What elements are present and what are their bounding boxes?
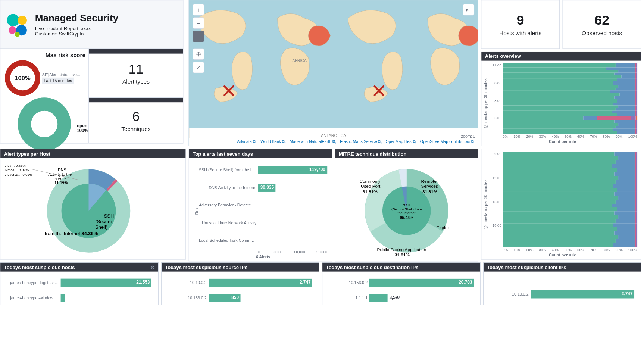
svg-text:31.81%: 31.81%	[395, 252, 410, 257]
attr-link[interactable]: OpenMapTiles	[386, 140, 412, 144]
susp-client-panel: Todays most suspicious client IPs Client…	[483, 262, 641, 305]
stat-observed-hosts: 62 Observed hosts	[562, 0, 641, 49]
panel-title: Alert types per Host	[0, 149, 185, 158]
svg-text:31.81%: 31.81%	[422, 189, 437, 194]
collapse-legend-button[interactable]: ⇤	[463, 4, 474, 16]
svg-text:Exploit: Exploit	[437, 225, 450, 230]
svg-text:Adversa… 0.02%: Adversa… 0.02%	[5, 172, 33, 177]
zoom-disabled-button	[193, 31, 204, 42]
fit-bounds-button[interactable]: ⊕	[193, 48, 204, 60]
svg-text:from the Internet 84.36%: from the Internet 84.36%	[45, 231, 98, 236]
stat-value: 11	[129, 61, 144, 76]
svg-text:Services: Services	[421, 184, 438, 188]
attr-link[interactable]: Wikidata	[237, 140, 252, 144]
svg-text:Adv…   0.83%: Adv… 0.83%	[5, 163, 26, 168]
svg-point-1	[18, 16, 26, 25]
attr-link[interactable]: World Bank	[260, 140, 281, 144]
risk-score-panel: Max risk score 100% SP] Alert status ove…	[0, 49, 88, 144]
mitre-panel: MITRE technique distribution Remote	[335, 149, 478, 261]
panel-title: MITRE technique distribution	[335, 149, 478, 158]
svg-text:SSH: SSH	[104, 213, 114, 219]
top-alerts-chart[interactable]: RuleSSH (Secure Shell) from the Internet…	[189, 158, 332, 261]
susp-dst-panel: Todays most suspicious destination IPs D…	[322, 262, 480, 305]
elastic-logo-icon	[4, 11, 31, 38]
dashboard-title: Managed Security	[35, 12, 118, 24]
risk-gauge: 100%	[5, 60, 40, 96]
panel-title: Todays most suspicious client IPs	[484, 263, 641, 272]
stat-label: Observed hosts	[582, 29, 622, 36]
zoom-out-button[interactable]: −	[193, 17, 204, 29]
stat-value: 6	[132, 109, 140, 124]
svg-text:95.44%: 95.44%	[400, 215, 414, 220]
alerts-overview-panel: Alerts overview @timestamp per 30 minute…	[481, 52, 641, 146]
svg-text:31.81%: 31.81%	[363, 189, 378, 194]
svg-point-2	[9, 26, 16, 34]
attr-link[interactable]: Made with NaturalEarth	[290, 140, 331, 144]
svg-text:the Internet: the Internet	[398, 211, 416, 215]
svg-text:11.19%: 11.19%	[54, 181, 68, 185]
risk-title: Max risk score	[3, 52, 85, 59]
svg-text:Shell): Shell)	[95, 224, 107, 230]
alert-types-sunburst[interactable]: SSH (Secure Shell) from the Internet 84.…	[0, 158, 185, 259]
svg-text:Public-Facing Application: Public-Facing Application	[377, 247, 426, 252]
svg-text:Remote: Remote	[421, 179, 437, 184]
alerts-overview-continue: @timestamp per 30 minutes 09:0012:0015:0…	[481, 149, 641, 260]
stat-value: 62	[594, 13, 609, 28]
svg-text:AFRICA: AFRICA	[292, 58, 307, 63]
panel-title: Todays most suspicious destination IPs	[322, 263, 480, 272]
axis-label: Count per rule	[488, 140, 637, 144]
svg-text:Commonly: Commonly	[359, 179, 380, 184]
panel-title: Alerts overview	[481, 52, 641, 61]
svg-text:SSH: SSH	[403, 203, 410, 207]
stat-label: Techniques	[121, 126, 150, 132]
stat-label: Alert types	[122, 78, 150, 85]
svg-text:DNS: DNS	[58, 168, 66, 172]
svg-text:Used Port: Used Port	[361, 184, 381, 188]
customer-line: Customer: SwiftCrypto	[35, 31, 118, 36]
stat-techniques: 6 Techniques	[88, 97, 183, 143]
susp-dst-chart[interactable]: Destination IP10.156.0.220,7031.1.1.13,5…	[322, 272, 480, 305]
susp-src-chart[interactable]: Source IP10.10.0.22,74710.156.0.2850119.…	[162, 272, 319, 305]
alert-status-donut[interactable]	[18, 97, 71, 150]
mitre-sunburst[interactable]: Remote Services 31.81% Exploit Public-Fa…	[335, 158, 478, 261]
dashboard-header: Managed Security Live Incident Report: x…	[0, 0, 183, 49]
stat-label: Hosts with alerts	[499, 29, 541, 36]
svg-point-4	[15, 32, 20, 37]
alerts-overview-chart[interactable]: @timestamp per 30 minutes 21:0000:0003:0…	[481, 61, 641, 146]
axis-label: @timestamp per 30 minutes	[483, 152, 488, 258]
susp-hosts-panel: Todays most suspicious hosts ⚙ Hostjames…	[0, 262, 158, 305]
panel-title: Top alerts last seven days	[189, 149, 332, 158]
susp-client-chart[interactable]: Client IP10.10.0.22,74710.156.0.28500400…	[484, 272, 641, 305]
map-canvas[interactable]: ANTARCTICA AFRICA	[189, 0, 478, 146]
world-map[interactable]: ANTARCTICA AFRICA + − ⊕ ⤢ ⇤ zoom: 0 Wiki…	[189, 0, 478, 146]
svg-text:Activity to the: Activity to the	[48, 172, 72, 177]
svg-text:ANTARCTICA: ANTARCTICA	[321, 133, 346, 138]
stat-alert-types: 11 Alert types	[88, 49, 183, 98]
panel-title: Todays most suspicious hosts	[0, 263, 158, 272]
report-line: Live Incident Report: xxxx	[35, 26, 118, 31]
donut-label: open 100%	[77, 123, 88, 133]
header-and-stats: Managed Security Live Incident Report: x…	[0, 0, 186, 146]
susp-hosts-chart[interactable]: Hostjames-honeypot-logstash-demo21,553ja…	[0, 272, 158, 305]
svg-text:Proce… 0.02%: Proce… 0.02%	[5, 168, 29, 172]
attr-link[interactable]: OpenStreetMap contributors	[420, 140, 470, 144]
risk-subtitle: SP] Alert status ove...	[42, 72, 80, 77]
panel-title: Todays most suspicious source IPs	[162, 263, 319, 272]
svg-point-0	[7, 14, 19, 26]
attr-link[interactable]: Elastic Maps Service	[340, 140, 377, 144]
gear-icon[interactable]: ⚙	[150, 265, 155, 271]
stat-value: 9	[517, 13, 524, 28]
risk-timerange: Last 15 minutes	[42, 77, 74, 84]
alerts-overview-chart-lower[interactable]: @timestamp per 30 minutes 09:0012:0015:0…	[481, 149, 641, 259]
stat-hosts-with-alerts: 9 Hosts with alerts	[481, 0, 560, 49]
zoom-in-button[interactable]: +	[193, 4, 204, 16]
axis-label: Count per rule	[488, 253, 637, 258]
svg-text:(Secure Shell) from: (Secure Shell) from	[391, 207, 422, 211]
top-alerts-panel: Top alerts last seven days RuleSSH (Secu…	[189, 149, 332, 261]
svg-text:(Secure: (Secure	[95, 219, 112, 224]
map-attribution: Wikidata ⧉, World Bank ⧉, Made with Natu…	[189, 138, 478, 146]
susp-src-panel: Todays most suspicious source IPs Source…	[161, 262, 319, 305]
svg-text:Internet: Internet	[53, 177, 67, 181]
fullscreen-button[interactable]: ⤢	[193, 62, 204, 73]
alert-types-per-host-panel: Alert types per Host SSH (Secure Shell) …	[0, 149, 186, 260]
